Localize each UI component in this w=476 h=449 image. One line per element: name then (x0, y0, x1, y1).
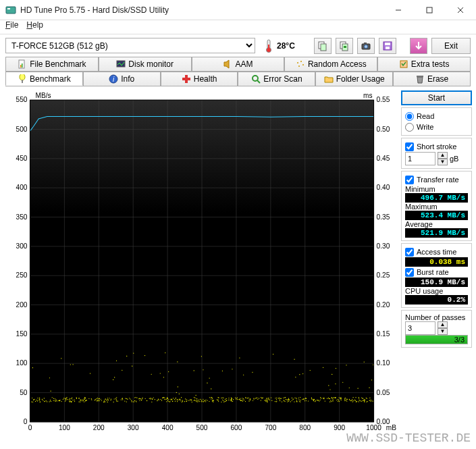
svg-point-213 (199, 400, 199, 400)
tab-folder-usage[interactable]: Folder Usage (315, 72, 393, 86)
svg-point-506 (292, 398, 292, 398)
tab-extra-tests[interactable]: Extra tests (377, 57, 471, 71)
svg-point-547 (188, 400, 188, 400)
svg-point-466 (289, 399, 290, 400)
svg-point-448 (52, 397, 53, 398)
svg-point-228 (361, 401, 362, 402)
svg-point-651 (114, 377, 115, 377)
svg-point-539 (329, 402, 330, 402)
svg-point-641 (222, 371, 223, 371)
svg-point-285 (202, 401, 203, 402)
tab-random-access[interactable]: Random Access (284, 57, 377, 71)
save-button[interactable] (379, 38, 396, 54)
tab-error-scan[interactable]: Error Scan (238, 72, 315, 86)
svg-point-624 (151, 374, 152, 375)
svg-rect-34 (182, 78, 190, 80)
svg-point-620 (176, 392, 177, 393)
read-radio[interactable] (405, 112, 414, 121)
svg-point-505 (186, 399, 187, 400)
svg-point-225 (166, 399, 167, 400)
svg-point-630 (61, 358, 61, 359)
transfer-rate-group: Transfer rate Minimum 496.7 MB/s Maximum… (401, 171, 472, 241)
svg-point-562 (290, 401, 291, 402)
svg-point-461 (205, 400, 206, 400)
svg-point-369 (300, 400, 301, 400)
svg-point-659 (90, 373, 90, 373)
svg-point-473 (51, 401, 51, 402)
close-button[interactable] (445, 0, 476, 20)
short-stroke-input[interactable] (405, 152, 435, 165)
svg-point-612 (49, 377, 50, 378)
tab-file-benchmark[interactable]: File Benchmark (5, 57, 99, 71)
screenshot-button[interactable] (357, 38, 375, 54)
burst-rate-checkbox[interactable] (405, 268, 414, 277)
svg-point-591 (65, 400, 66, 400)
svg-point-268 (69, 401, 70, 402)
svg-point-261 (42, 399, 43, 400)
short-stroke-up[interactable]: ▲ (438, 152, 448, 159)
tab-aam[interactable]: AAM (192, 57, 285, 71)
svg-point-280 (275, 401, 275, 402)
svg-point-124 (267, 400, 267, 401)
exit-button[interactable]: Exit (431, 38, 471, 54)
tab-disk-monitor[interactable]: Disk monitor (99, 57, 192, 71)
svg-point-594 (101, 400, 102, 401)
svg-text:900: 900 (334, 424, 345, 431)
menu-file[interactable]: File (5, 20, 18, 34)
options-button[interactable] (410, 38, 427, 54)
svg-point-253 (76, 397, 77, 398)
svg-point-614 (126, 356, 127, 356)
passes-down[interactable]: ▼ (438, 328, 448, 335)
svg-point-255 (203, 401, 204, 402)
svg-rect-18 (385, 43, 390, 45)
svg-point-247 (70, 402, 70, 402)
svg-point-15 (365, 45, 368, 48)
svg-point-205 (330, 400, 331, 400)
svg-point-374 (147, 400, 147, 401)
transfer-rate-checkbox[interactable] (405, 176, 414, 184)
svg-point-183 (40, 402, 41, 402)
svg-point-132 (371, 401, 371, 402)
svg-point-398 (288, 401, 289, 402)
svg-point-632 (132, 366, 132, 367)
svg-point-382 (364, 400, 365, 401)
svg-point-370 (359, 398, 359, 399)
svg-point-269 (88, 398, 89, 399)
svg-point-488 (169, 401, 170, 402)
passes-up[interactable]: ▲ (438, 321, 448, 328)
svg-point-601 (243, 375, 244, 375)
copy-screenshot-button[interactable] (336, 38, 353, 54)
svg-point-309 (359, 397, 359, 398)
short-stroke-checkbox[interactable] (405, 142, 414, 151)
svg-point-156 (50, 400, 51, 400)
copy-info-button[interactable] (314, 38, 332, 54)
menu-help[interactable]: Help (26, 20, 43, 34)
passes-input[interactable] (405, 321, 435, 335)
svg-point-629 (135, 397, 136, 398)
svg-point-319 (200, 399, 201, 400)
svg-point-260 (145, 398, 146, 399)
svg-point-27 (298, 65, 300, 67)
start-button[interactable]: Start (401, 90, 472, 105)
write-radio[interactable] (405, 123, 414, 132)
minimize-button[interactable] (383, 0, 414, 20)
svg-point-481 (211, 397, 211, 398)
svg-point-297 (266, 400, 267, 401)
svg-point-553 (287, 401, 288, 402)
device-select[interactable]: T-FORCE 512GB (512 gB) (5, 38, 255, 53)
tab-health[interactable]: Health (161, 72, 238, 86)
tab-erase[interactable]: Erase (393, 72, 471, 86)
tab-info[interactable]: iInfo (83, 72, 161, 86)
tab-benchmark[interactable]: Benchmark (5, 72, 83, 86)
svg-point-546 (205, 400, 205, 401)
svg-point-514 (359, 401, 359, 402)
svg-point-569 (134, 397, 135, 398)
svg-point-529 (78, 402, 79, 402)
maximize-button[interactable] (414, 0, 445, 20)
access-time-checkbox[interactable] (405, 248, 414, 257)
svg-rect-30 (22, 80, 23, 83)
svg-point-472 (231, 398, 232, 398)
short-stroke-down[interactable]: ▼ (438, 159, 448, 165)
svg-point-364 (116, 400, 117, 401)
svg-point-394 (276, 399, 277, 400)
